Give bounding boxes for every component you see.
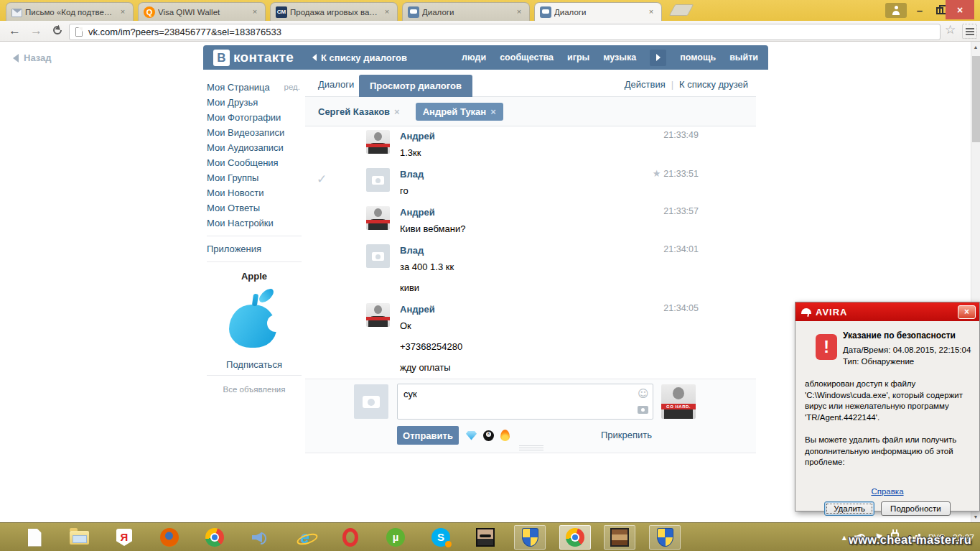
to-dialog-list-link[interactable]: К списку диалогов bbox=[312, 52, 407, 63]
avatar-andrey[interactable] bbox=[366, 206, 390, 230]
sender-name[interactable]: Андрей bbox=[400, 131, 435, 142]
sidebar-item-settings[interactable]: Мои Настройки bbox=[207, 216, 302, 231]
avatar-vlad-camera[interactable] bbox=[366, 244, 390, 268]
profile-button[interactable] bbox=[885, 3, 907, 18]
close-window-button[interactable]: × bbox=[946, 0, 974, 19]
avira-details-button[interactable]: Подробности bbox=[881, 501, 951, 516]
browser-tab-cheatmaster[interactable]: CM Продажа игровых валют × bbox=[270, 2, 398, 21]
tab-close-icon[interactable]: × bbox=[646, 7, 656, 17]
taskbar-skype-icon[interactable]: S bbox=[425, 525, 457, 550]
taskbar-chrome-active-icon[interactable] bbox=[559, 525, 591, 550]
scroll-up-icon[interactable]: ▲ bbox=[971, 45, 980, 50]
composer-user-avatar[interactable]: GO HARD. bbox=[661, 384, 696, 419]
diamond-emoji-icon[interactable] bbox=[466, 431, 477, 440]
tab-view-dialogs[interactable]: Просмотр диалогов bbox=[359, 75, 472, 97]
taskbar-yandex-icon[interactable]: Я bbox=[108, 525, 140, 550]
taskbar-defender-2-icon[interactable] bbox=[649, 525, 681, 550]
avatar-andrey[interactable] bbox=[366, 303, 390, 327]
avira-close-button[interactable]: × bbox=[958, 305, 976, 319]
taskbar-notepad-icon[interactable] bbox=[19, 525, 50, 550]
sidebar-item-audio[interactable]: Мои Аудиозаписи bbox=[207, 140, 302, 155]
taskbar-game-1-icon[interactable] bbox=[470, 525, 501, 550]
sidebar-item-replies[interactable]: Мои Ответы bbox=[207, 200, 302, 216]
nav-more-button[interactable] bbox=[650, 50, 666, 66]
browser-tab-dialogs-active[interactable]: Диалоги × bbox=[534, 2, 662, 21]
avira-titlebar[interactable]: AVIRA × bbox=[795, 302, 979, 321]
remove-chip-icon[interactable]: × bbox=[490, 106, 496, 117]
browser-tab-mail[interactable]: Письмо «Код подтвержд × bbox=[6, 2, 134, 21]
sender-name[interactable]: Влад bbox=[400, 169, 424, 180]
edit-link[interactable]: ред. bbox=[284, 80, 300, 95]
composer-camera-avatar[interactable] bbox=[354, 384, 388, 419]
composer-resize-handle[interactable] bbox=[519, 445, 543, 452]
scrollbar-thumb[interactable] bbox=[972, 56, 980, 142]
tab-close-icon[interactable]: × bbox=[514, 7, 524, 17]
new-tab-button[interactable] bbox=[669, 4, 694, 16]
eightball-emoji-icon[interactable] bbox=[483, 430, 494, 441]
sidebar-item-videos[interactable]: Мои Видеозаписи bbox=[207, 125, 302, 140]
bookmark-star-icon[interactable]: ☆ bbox=[945, 22, 956, 37]
attach-photo-icon[interactable] bbox=[638, 406, 648, 414]
nav-communities[interactable]: сообщества bbox=[500, 52, 554, 62]
browser-tab-qiwi[interactable]: Q Visa QIWI Wallet × bbox=[138, 2, 266, 21]
browser-tab-dialogs-1[interactable]: Диалоги × bbox=[402, 2, 530, 21]
taskbar-firefox-icon[interactable] bbox=[154, 525, 185, 550]
sidebar-item-friends[interactable]: Мои Друзья bbox=[207, 95, 302, 110]
minimize-button[interactable]: – bbox=[910, 3, 929, 18]
sender-name[interactable]: Влад bbox=[400, 245, 424, 256]
chip-andrey-selected[interactable]: Андрей Тукан× bbox=[416, 103, 503, 121]
chip-sergey[interactable]: Сергей Казаков× bbox=[318, 106, 400, 117]
tab-dialogs[interactable]: Диалоги bbox=[318, 79, 354, 90]
reload-button[interactable] bbox=[53, 26, 62, 34]
sidebar-item-groups[interactable]: Мои Группы bbox=[207, 170, 302, 185]
sidebar-item-apps[interactable]: Приложения bbox=[207, 241, 302, 256]
taskbar-opera-icon[interactable] bbox=[335, 525, 366, 550]
nav-logout[interactable]: выйти bbox=[729, 52, 758, 62]
taskbar-explorer-icon[interactable] bbox=[63, 525, 95, 550]
taskbar-chrome-icon[interactable] bbox=[199, 525, 230, 550]
fire-emoji-icon[interactable] bbox=[500, 430, 510, 441]
tab-close-icon[interactable]: × bbox=[250, 7, 260, 17]
nav-people[interactable]: люди bbox=[462, 52, 486, 62]
sender-name[interactable]: Андрей bbox=[400, 207, 435, 218]
browser-menu-button[interactable] bbox=[962, 24, 977, 39]
message-input[interactable]: сук bbox=[397, 384, 653, 420]
attach-link[interactable]: Прикрепить bbox=[601, 430, 652, 440]
apple-logo-icon[interactable] bbox=[224, 287, 284, 355]
avira-delete-button[interactable]: Удалить bbox=[824, 501, 874, 516]
taskbar-volume-app-icon[interactable] bbox=[244, 525, 276, 550]
sender-name[interactable]: Андрей bbox=[400, 304, 435, 315]
tab-close-icon[interactable]: × bbox=[382, 7, 392, 17]
ad-title[interactable]: Apple bbox=[207, 271, 302, 282]
actions-link[interactable]: Действия bbox=[625, 79, 666, 90]
send-button[interactable]: Отправить bbox=[397, 426, 459, 445]
nav-music[interactable]: музыка bbox=[603, 52, 636, 62]
to-friends-link[interactable]: К списку друзей bbox=[679, 79, 748, 90]
all-ads-link[interactable]: Все объявления bbox=[207, 381, 302, 394]
emoji-smiley-icon[interactable]: ☺ bbox=[638, 387, 649, 400]
hidden-icons-arrow-icon[interactable]: ▲ bbox=[842, 534, 846, 541]
nav-games[interactable]: игры bbox=[567, 52, 589, 62]
vk-logo[interactable]: В контакте bbox=[213, 50, 294, 66]
selected-check-icon[interactable]: ✓ bbox=[317, 172, 327, 187]
taskbar-ie-icon[interactable]: e bbox=[289, 525, 321, 550]
taskbar-defender-1-icon[interactable] bbox=[514, 525, 546, 550]
nav-help[interactable]: помощь bbox=[680, 52, 716, 62]
important-star-icon[interactable]: ★ bbox=[653, 168, 661, 179]
back-button[interactable]: ← bbox=[9, 24, 21, 38]
taskbar-game-2-icon[interactable] bbox=[604, 525, 635, 550]
tab-close-icon[interactable]: × bbox=[118, 7, 128, 17]
sidebar-item-messages[interactable]: Мои Сообщения bbox=[207, 155, 302, 170]
address-bar[interactable]: vk.com/im?peers=238456777&sel=183876533 bbox=[69, 24, 941, 40]
sidebar-item-my-page[interactable]: Моя Страницаред. bbox=[207, 80, 302, 95]
remove-chip-icon[interactable]: × bbox=[394, 106, 400, 117]
avatar-andrey[interactable] bbox=[366, 130, 390, 154]
taskbar-utorrent-icon[interactable]: µ bbox=[380, 525, 411, 550]
avira-help-link[interactable]: Справка bbox=[871, 487, 903, 496]
sidebar-item-news[interactable]: Мои Новости bbox=[207, 185, 302, 200]
avatar-vlad-camera[interactable] bbox=[366, 168, 390, 192]
vk-back-button[interactable]: Назад bbox=[13, 52, 52, 63]
sidebar-item-photos[interactable]: Мои Фотографии bbox=[207, 110, 302, 125]
ad-subscribe-link[interactable]: Подписаться bbox=[207, 359, 302, 370]
forward-button[interactable]: → bbox=[30, 24, 42, 38]
